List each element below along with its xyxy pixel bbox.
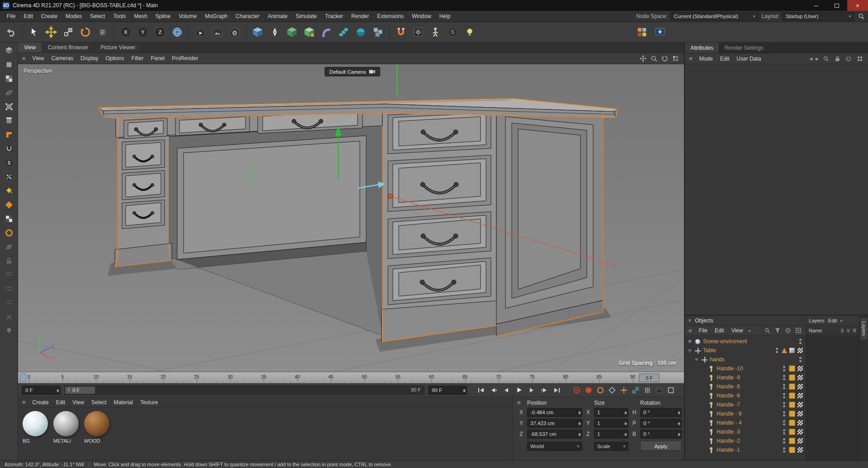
primitive-cube-icon[interactable] xyxy=(250,24,266,41)
material-item[interactable]: BG xyxy=(23,411,48,444)
parameter-track-icon[interactable] xyxy=(654,385,664,395)
previous-frame-icon[interactable] xyxy=(500,385,512,395)
expander-icon[interactable]: − xyxy=(694,357,699,362)
move-tool-icon[interactable] xyxy=(43,24,59,41)
last-tool-icon[interactable] xyxy=(94,24,111,41)
rotation-track-icon[interactable] xyxy=(642,385,652,395)
axis-mode-icon[interactable] xyxy=(2,199,16,211)
viewport-menu-filter[interactable]: Filter xyxy=(128,54,147,63)
spinner[interactable] xyxy=(55,387,60,394)
edges-mode-icon[interactable] xyxy=(2,114,16,127)
render-settings-icon[interactable] xyxy=(226,24,243,41)
tag-tag-icon[interactable] xyxy=(789,429,795,435)
tag-tag-icon[interactable] xyxy=(789,447,795,453)
tag-tag-icon[interactable] xyxy=(789,374,795,381)
rotate-tool-icon[interactable] xyxy=(77,24,94,41)
make-editable-icon[interactable] xyxy=(2,44,16,57)
spinner[interactable] xyxy=(577,420,582,427)
search-icon[interactable] xyxy=(763,326,771,335)
menu-tracker[interactable]: Tracker xyxy=(321,12,347,21)
viewport-menu-prorender[interactable]: ProRender xyxy=(168,54,202,63)
camera-badge[interactable]: Default Camera xyxy=(325,67,381,76)
spinner[interactable] xyxy=(623,420,628,427)
grid-b-icon[interactable] xyxy=(2,283,16,295)
tag-tag-icon[interactable] xyxy=(789,402,795,408)
filter-icon[interactable] xyxy=(774,326,782,335)
visibility-dots-icon[interactable] xyxy=(781,411,787,417)
menu-spline[interactable]: Spline xyxy=(151,12,175,21)
coordinate-system-icon[interactable] xyxy=(169,24,185,41)
texture-tag-icon[interactable] xyxy=(797,438,803,444)
tab-content-browser[interactable]: Content Browser xyxy=(42,43,94,52)
field-icon[interactable] xyxy=(353,24,369,41)
menu-animate[interactable]: Animate xyxy=(264,12,292,21)
objects-menu-file[interactable]: File xyxy=(695,326,711,335)
spinner[interactable] xyxy=(676,409,681,416)
layout-select[interactable]: Startup (User)▾ xyxy=(782,12,854,21)
material-preview-metali[interactable] xyxy=(53,411,79,436)
coordinates-hamburger-icon[interactable]: ≡ xyxy=(517,399,525,406)
menu-edit[interactable]: Edit xyxy=(19,12,37,21)
close-panel-icon[interactable]: × xyxy=(688,317,691,324)
lock-y-axis-icon[interactable]: Y xyxy=(135,24,151,41)
spinner[interactable] xyxy=(676,420,681,427)
attributes-hamburger-icon[interactable]: ≡ xyxy=(687,55,695,62)
render-view-icon[interactable] xyxy=(192,24,208,41)
mograph-cloner-icon[interactable] xyxy=(335,24,352,41)
path-icon[interactable] xyxy=(784,326,792,335)
viewport-menu-view[interactable]: View xyxy=(29,54,48,63)
texture-mode-icon[interactable] xyxy=(2,72,16,85)
tag-tag-icon[interactable] xyxy=(789,420,795,426)
timeline-ruler[interactable]: 0 F 051015202530354045505560657075808590 xyxy=(18,372,684,383)
position-x-field[interactable]: -0.484 cm xyxy=(527,408,582,417)
warning-tag-icon[interactable] xyxy=(782,348,787,353)
previous-key-icon[interactable] xyxy=(488,385,500,395)
spinner[interactable] xyxy=(462,387,467,394)
material-preview-wood[interactable] xyxy=(84,411,109,436)
position-track-icon[interactable] xyxy=(619,385,629,395)
menu-volume[interactable]: Volume xyxy=(175,12,201,21)
texture-tag-icon[interactable] xyxy=(797,365,803,372)
menu-simulate[interactable]: Simulate xyxy=(292,12,321,21)
coordinate-space-select[interactable]: World▾ xyxy=(527,442,582,451)
array-generator-icon[interactable] xyxy=(301,24,317,41)
tab-render-settings[interactable]: Render Settings xyxy=(719,43,769,53)
rotate-view-icon[interactable] xyxy=(660,54,669,62)
object-row[interactable]: Handle -7 xyxy=(685,400,806,409)
menu-tools[interactable]: Tools xyxy=(109,12,130,21)
points-mode-icon[interactable] xyxy=(2,100,16,113)
tag-tag-icon[interactable] xyxy=(789,392,795,399)
menu-help[interactable]: Help xyxy=(435,12,455,21)
object-row[interactable]: Handle -6 xyxy=(685,391,806,400)
history-back-icon[interactable]: ◀ xyxy=(809,57,812,61)
workplane-mode-icon[interactable] xyxy=(2,86,16,99)
search-icon[interactable] xyxy=(857,12,865,20)
timeline-range-slider[interactable]: ‖0 F 90 F xyxy=(64,386,425,395)
search-icon[interactable] xyxy=(822,55,830,63)
menu-extensions[interactable]: Extensions xyxy=(373,12,408,21)
texture-tag-icon[interactable] xyxy=(797,402,803,408)
texture-tag-icon[interactable] xyxy=(797,429,803,435)
scale-tool-icon[interactable] xyxy=(60,24,76,41)
next-frame-icon[interactable] xyxy=(526,385,538,395)
material-menu-texture[interactable]: Texture xyxy=(137,398,161,407)
play-icon[interactable] xyxy=(513,385,525,395)
keyframe-icon[interactable] xyxy=(584,385,594,395)
texture-tag-icon[interactable] xyxy=(797,392,803,399)
go-to-end-icon[interactable] xyxy=(551,385,563,395)
model-mode-icon[interactable] xyxy=(2,58,16,71)
viewport-menu-options[interactable]: Options xyxy=(102,54,127,63)
layers-side-tab[interactable]: Layers xyxy=(860,317,868,340)
polygons-mode-icon[interactable] xyxy=(2,128,16,141)
range-slider-thumb[interactable]: ‖0 F xyxy=(65,387,95,394)
viewport-canvas[interactable] xyxy=(18,64,684,372)
grid-a-icon[interactable] xyxy=(2,269,16,281)
autokey-icon[interactable] xyxy=(595,385,605,395)
menu-render[interactable]: Render xyxy=(347,12,373,21)
record-icon[interactable] xyxy=(572,385,582,395)
scale-track-icon[interactable] xyxy=(631,385,641,395)
history-forward-icon[interactable]: ▶ xyxy=(816,57,819,61)
texture-tag-icon[interactable] xyxy=(797,411,803,417)
attributes-menu-edit[interactable]: Edit xyxy=(717,54,733,63)
magnet-icon[interactable] xyxy=(393,24,409,41)
